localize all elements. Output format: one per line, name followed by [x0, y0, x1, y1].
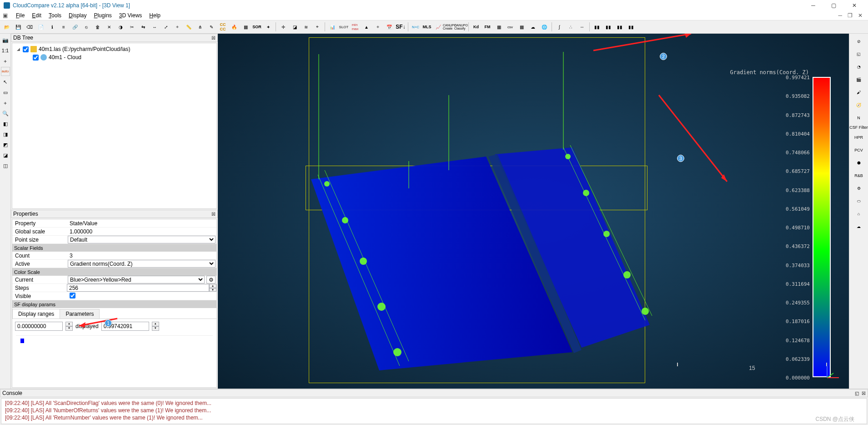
- toolbar-button-52[interactable]: ∫: [554, 22, 564, 32]
- menu-plugins[interactable]: Plugins: [90, 11, 115, 20]
- toolbar-button-20[interactable]: 🔥: [229, 22, 239, 32]
- toolbar-button-40[interactable]: 📈: [433, 22, 443, 32]
- tree-expand-icon[interactable]: ◢: [16, 47, 21, 52]
- tab-parameters[interactable]: Parameters: [60, 309, 100, 319]
- toolbar-button-45[interactable]: FM: [482, 22, 492, 32]
- toolbar-button-31[interactable]: SLOT: [339, 22, 349, 32]
- toolbar-button-28[interactable]: ⌖: [312, 22, 322, 32]
- console-close-icon[interactable]: ☒: [862, 391, 866, 396]
- console-float-icon[interactable]: ◱: [855, 391, 859, 396]
- right-tool-10[interactable]: R&B: [851, 171, 867, 181]
- toolbar-button-26[interactable]: ◪: [290, 22, 300, 32]
- left-tool-5[interactable]: ▭: [1, 88, 10, 97]
- toolbar-button-35[interactable]: 📅: [384, 22, 394, 32]
- left-tool-12[interactable]: ◫: [1, 161, 10, 170]
- toolbar-button-21[interactable]: ▦: [241, 22, 251, 32]
- toolbar-button-8[interactable]: 🗑: [93, 22, 103, 32]
- toolbar-button-4[interactable]: ℹ: [47, 22, 57, 32]
- toolbar-button-22[interactable]: SOR: [252, 22, 262, 32]
- left-tool-1[interactable]: 1:1: [1, 46, 10, 55]
- right-tool-3[interactable]: 🎬: [851, 75, 867, 85]
- range-slider-handle-min[interactable]: [20, 339, 24, 343]
- toolbar-button-34[interactable]: ＋: [373, 22, 383, 32]
- toolbar-button-11[interactable]: ✂: [127, 22, 137, 32]
- toolbar-button-7[interactable]: ⎋: [81, 22, 91, 32]
- mdi-close-button[interactable]: ✕: [858, 12, 863, 19]
- toolbar-button-47[interactable]: csv: [505, 22, 515, 32]
- mdi-minimize-button[interactable]: ─: [838, 12, 842, 19]
- 3d-view[interactable]: Gradient norms(Coord. Z) 0.9974210.93508…: [218, 34, 849, 389]
- left-tool-2[interactable]: ＋: [1, 56, 10, 66]
- menu-help[interactable]: Help: [146, 11, 164, 20]
- toolbar-button-2[interactable]: ⌫: [25, 22, 35, 32]
- tree-checkbox[interactable]: [33, 55, 39, 61]
- right-tool-4[interactable]: 🖌: [851, 87, 867, 97]
- right-tool-14[interactable]: ☁: [851, 222, 867, 232]
- prop-current-select[interactable]: Blue>Green>Yellow>Red: [68, 276, 205, 283]
- steps-spin-up[interactable]: ▲: [209, 284, 216, 288]
- toolbar-button-53[interactable]: ∴: [566, 22, 576, 32]
- prop-active-select[interactable]: Gradient norms(Coord. Z): [68, 260, 216, 268]
- toolbar-button-42[interactable]: CANUPOClassify: [456, 22, 466, 32]
- toolbar-button-15[interactable]: ＋: [172, 22, 182, 32]
- toolbar-button-49[interactable]: ☁: [528, 22, 538, 32]
- db-tree-close-icon[interactable]: ☒: [211, 35, 216, 40]
- mdi-restore-button[interactable]: ❐: [848, 12, 853, 19]
- toolbar-button-0[interactable]: 📂: [2, 22, 12, 32]
- toolbar-button-30[interactable]: 📊: [327, 22, 337, 32]
- console-body[interactable]: [09:22:40] [LAS] All 'ScanDirectionFlag'…: [1, 398, 867, 424]
- db-tree-body[interactable]: ◢40m1.las (E:/pycharm/PointCloud/las)40m…: [12, 43, 217, 209]
- toolbar-button-10[interactable]: ◑: [115, 22, 125, 32]
- right-tool-9[interactable]: ⬢: [851, 158, 867, 168]
- rmax-spin-up[interactable]: ▲: [152, 322, 159, 326]
- left-tool-4[interactable]: ↖: [1, 77, 10, 86]
- toolbar-button-18[interactable]: ✎: [206, 22, 216, 32]
- toolbar-button-6[interactable]: 🔗: [70, 22, 80, 32]
- menu-file[interactable]: File: [12, 11, 28, 20]
- toolbar-button-57[interactable]: ▮▮: [603, 22, 613, 32]
- toolbar-button-27[interactable]: ≋: [301, 22, 311, 32]
- toolbar-button-25[interactable]: ✛: [278, 22, 288, 32]
- toolbar-button-41[interactable]: CANUPOCreate: [445, 22, 455, 32]
- steps-spin-down[interactable]: ▼: [209, 288, 216, 292]
- left-tool-9[interactable]: ◨: [1, 130, 10, 139]
- maximize-button[interactable]: ▢: [823, 1, 844, 10]
- menu-edit[interactable]: Edit: [28, 11, 45, 20]
- toolbar-button-54[interactable]: ◦◦: [577, 22, 587, 32]
- right-tool-8[interactable]: PCV: [851, 145, 867, 155]
- toolbar-button-56[interactable]: ▮▮: [592, 22, 602, 32]
- toolbar-button-17[interactable]: ⋔: [195, 22, 205, 32]
- toolbar-button-58[interactable]: ▮▮: [615, 22, 625, 32]
- toolbar-button-36[interactable]: SF↓: [396, 22, 406, 32]
- left-tool-0[interactable]: 📷: [1, 35, 10, 45]
- toolbar-button-46[interactable]: ▦: [494, 22, 504, 32]
- tree-row-0[interactable]: ◢40m1.las (E:/pycharm/PointCloud/las): [14, 45, 215, 53]
- left-tool-10[interactable]: ◩: [1, 140, 10, 149]
- menu-3d-views[interactable]: 3D Views: [115, 11, 146, 20]
- toolbar-button-14[interactable]: ⤢: [161, 22, 171, 32]
- left-tool-11[interactable]: ◪: [1, 151, 10, 160]
- toolbar-button-44[interactable]: Kd: [471, 22, 481, 32]
- tree-row-1[interactable]: 40m1 - Cloud: [14, 53, 215, 61]
- rmin-spin-up[interactable]: ▲: [65, 322, 73, 326]
- prop-point-size-select[interactable]: Default: [68, 236, 216, 243]
- toolbar-button-32[interactable]: minmax: [350, 22, 360, 32]
- close-button[interactable]: ✕: [844, 1, 864, 10]
- right-tool-6[interactable]: N: [851, 113, 867, 123]
- toolbar-button-13[interactable]: ↔: [150, 22, 160, 32]
- toolbar-button-39[interactable]: MLS: [422, 22, 432, 32]
- toolbar-button-19[interactable]: CCCC: [218, 22, 228, 32]
- prop-steps-input[interactable]: [67, 284, 209, 292]
- left-tool-3[interactable]: auto: [1, 67, 10, 76]
- minimize-button[interactable]: ─: [803, 1, 823, 10]
- left-tool-6[interactable]: ＋: [1, 98, 10, 107]
- color-scale-edit-button[interactable]: ⚙: [206, 276, 216, 283]
- prop-visible-checkbox[interactable]: [70, 293, 75, 299]
- toolbar-button-23[interactable]: ✦: [263, 22, 273, 32]
- toolbar-button-59[interactable]: ▮▮: [626, 22, 636, 32]
- right-tool-12[interactable]: ⬭: [851, 196, 867, 206]
- toolbar-button-12[interactable]: ⇆: [138, 22, 148, 32]
- menu-display[interactable]: Display: [65, 11, 90, 20]
- right-tool-11[interactable]: ⚙: [851, 183, 867, 193]
- rmax-spin-down[interactable]: ▼: [152, 326, 159, 331]
